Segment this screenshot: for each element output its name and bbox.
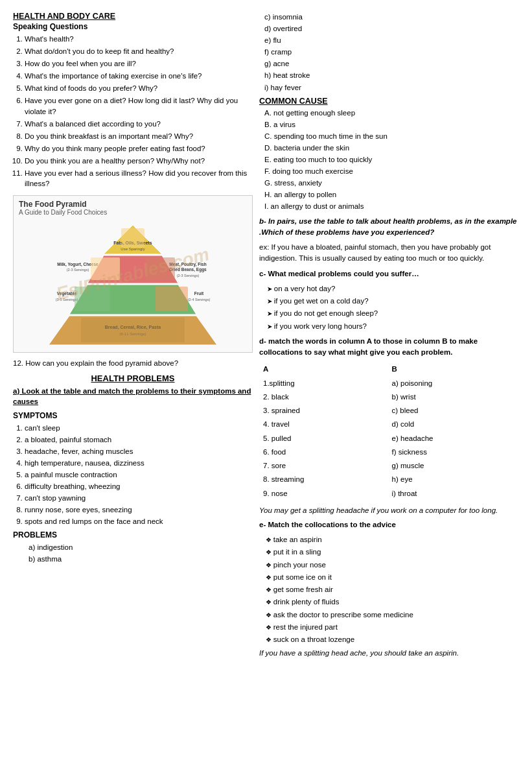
problems-section: PROBLEMS a) indigestionb) asthma	[13, 530, 253, 564]
question-item: Why do you think many people prefer eati…	[25, 143, 253, 154]
cause-item: I. an allergy to dust or animals	[264, 201, 519, 211]
cause-item: A. not getting enough sleep	[264, 108, 519, 118]
pyramid-image: Fats, Oils, Sweets Use Sparingly Milk, Y…	[19, 219, 247, 348]
c-items-list: on a very hot day?if you get wet on a co…	[259, 283, 519, 332]
pyramid-title: The Food Pyramid	[19, 200, 247, 209]
question-item: What do/don't you do to keep fit and hea…	[25, 46, 253, 56]
advice-item: rest the injured part	[266, 622, 519, 633]
collocation-row: 5. pullede) headache	[260, 432, 518, 445]
question-item: Have you ever gone on a diet? How long d…	[25, 95, 253, 116]
c-item: if you do not get enough sleep?	[267, 308, 519, 319]
collocation-table: A B 1.splittinga) poisoning2. blackb) wr…	[259, 362, 519, 501]
advice-item: suck on a throat lozenge	[266, 634, 519, 645]
collocation-row: 2. blackb) wrist	[260, 391, 518, 403]
pyramid-svg: Fats, Oils, Sweets Use Sparingly Milk, Y…	[23, 219, 243, 348]
collocation-row: 6. foodf) sickness	[260, 446, 518, 458]
problem-continued-item: h) heat stroke	[264, 70, 519, 80]
question-item: Have you ever had a serious illness? How…	[25, 168, 253, 189]
question-item: Do you think breakfast is an important m…	[25, 131, 253, 141]
symptom-item: headache, fever, aching muscles	[25, 446, 253, 456]
col-a-cell: 8. streaming	[260, 473, 388, 486]
col-a-cell: 3. sprained	[260, 405, 388, 417]
cause-item: B. a virus	[264, 119, 519, 130]
question-item: What's health?	[25, 34, 253, 44]
collocation-row: 8. streamingh) eye	[260, 473, 518, 486]
symptoms-list: can't sleepa bloated, painful stomachhea…	[13, 423, 253, 527]
advice-list: take an aspirinput it in a slingpinch yo…	[259, 534, 519, 645]
symptom-item: high temperature, nausea, dizziness	[25, 458, 253, 468]
advice-item: pinch your nose	[266, 560, 519, 571]
instruction-b: b- In pairs, use the table to talk about…	[259, 217, 516, 236]
col-a-cell: 1.splitting	[260, 377, 388, 390]
instruction-d-block: d- match the words in column A to those …	[259, 336, 519, 359]
symptom-item: runny nose, sore eyes, sneezing	[25, 504, 253, 515]
question-item: What's a balanced diet according to you?	[25, 119, 253, 129]
instruction-c: c- What medical problems could you suffe…	[259, 270, 419, 278]
advice-item: put it in a sling	[266, 547, 519, 558]
col-a-cell: 7. sore	[260, 460, 388, 472]
instruction-a: a) Look at the table and match the probl…	[13, 386, 253, 407]
svg-text:(2-4 Servings): (2-4 Servings)	[188, 298, 211, 302]
symptoms-title: SYMPTOMS	[13, 411, 253, 420]
col-b-header: B	[389, 363, 518, 375]
instruction-b-block: b- In pairs, use the table to talk about…	[259, 216, 519, 239]
problem-continued-item: e) flu	[264, 35, 519, 45]
col-a-cell: 9. nose	[260, 488, 388, 500]
problems-title: PROBLEMS	[13, 530, 253, 539]
collocation-tbody: 1.splittinga) poisoning2. blackb) wrist3…	[260, 377, 518, 500]
col-a-header: A	[260, 363, 388, 375]
collocation-row: 7. soreg) muscle	[260, 460, 518, 472]
col-b-cell: e) headache	[389, 432, 518, 445]
svg-rect-22	[81, 318, 185, 342]
problem-continued-item: i) hay fever	[264, 82, 519, 93]
col-a-cell: 6. food	[260, 446, 388, 458]
col-b-cell: f) sickness	[389, 446, 518, 458]
col-b-cell: a) poisoning	[389, 377, 518, 390]
question-12: 12. How can you explain the food pyramid…	[13, 358, 253, 368]
c-item: if you get wet on a cold day?	[267, 296, 519, 307]
svg-text:(2-3 Servings): (2-3 Servings)	[67, 268, 89, 272]
advice-item: put some ice on it	[266, 572, 519, 583]
svg-text:(2-3 Servings): (2-3 Servings)	[177, 274, 200, 278]
pyramid-subtitle: A Guide to Daily Food Choices	[19, 209, 247, 216]
c-item: if you work very long hours?	[267, 321, 519, 332]
problems-list: a) indigestionb) asthma	[13, 542, 253, 564]
svg-rect-18	[91, 257, 120, 280]
cause-item: C. spending too much time in the sun	[264, 131, 519, 141]
collocation-row: 9. nosei) throat	[260, 488, 518, 500]
common-cause-title: COMMON CAUSE	[259, 97, 519, 106]
col-a-cell: 2. black	[260, 391, 388, 403]
questions-list: What's health?What do/don't you do to ke…	[13, 34, 253, 189]
page-container: HEALTH AND BODY CARE Speaking Questions …	[13, 12, 519, 661]
main-title: HEALTH AND BODY CARE	[13, 12, 253, 21]
italic-example-e: If you have a splitting head ache, you s…	[259, 648, 519, 658]
svg-text:Fruit: Fruit	[194, 291, 204, 296]
instruction-c-block: c- What medical problems could you suffe…	[259, 268, 519, 279]
problem-continued-item: f) cramp	[264, 47, 519, 57]
symptom-item: spots and red lumps on the face and neck	[25, 516, 253, 527]
svg-rect-21	[156, 287, 188, 311]
right-column: c) insomniad) overtirede) fluf) crampg) …	[259, 12, 519, 661]
instruction-d: d- match the words in column A to those …	[259, 337, 478, 356]
cause-item: G. stress, anxiety	[264, 178, 519, 188]
svg-text:Vegetable: Vegetable	[57, 291, 77, 296]
instruction-e: e- Match the collocations to the advice	[259, 521, 396, 528]
col-b-cell: b) wrist	[389, 391, 518, 403]
problem-item: a) indigestion	[29, 542, 253, 552]
collocation-row: 4. traveld) cold	[260, 418, 518, 431]
svg-rect-20	[75, 287, 110, 311]
collocation-row: 3. sprainedc) bleed	[260, 405, 518, 417]
symptom-item: a bloated, painful stomach	[25, 434, 253, 445]
col-b-cell: g) muscle	[389, 460, 518, 472]
question-item: What's the importance of taking exercise…	[25, 71, 253, 81]
cause-item: F. doing too much exercise	[264, 166, 519, 176]
health-problems-title: HEALTH PROBLEMS	[13, 373, 253, 383]
c-item: on a very hot day?	[267, 283, 519, 294]
advice-item: drink plenty of fluids	[266, 597, 519, 608]
instruction-e-block: e- Match the collocations to the advice	[259, 519, 519, 530]
cause-item: H. an allergy to pollen	[264, 189, 519, 200]
advice-item: take an aspirin	[266, 534, 519, 545]
problem-continued-item: g) acne	[264, 58, 519, 69]
problem-continued-item: d) overtired	[264, 23, 519, 34]
problems-continued-list: c) insomniad) overtirede) fluf) crampg) …	[259, 12, 519, 93]
